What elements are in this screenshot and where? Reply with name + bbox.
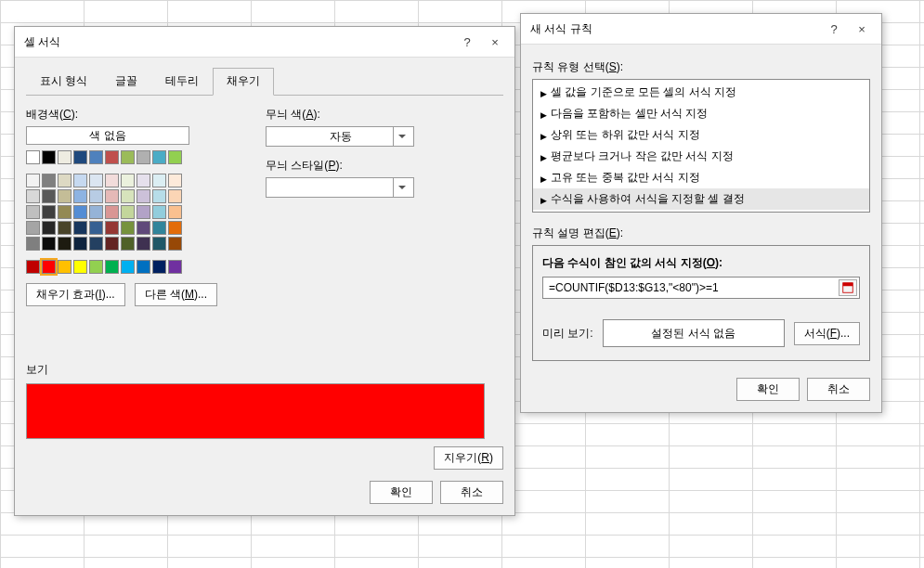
color-swatch[interactable] — [105, 150, 119, 164]
rule-type-item[interactable]: 상위 또는 하위 값만 서식 지정 — [533, 124, 869, 146]
color-swatch[interactable] — [42, 174, 56, 187]
color-swatch[interactable] — [42, 260, 56, 274]
color-swatch[interactable] — [137, 189, 150, 203]
color-swatch[interactable] — [42, 237, 56, 251]
rule-type-item[interactable]: 셀 값을 기준으로 모든 셀의 서식 지정 — [533, 82, 869, 103]
color-swatch[interactable] — [89, 150, 103, 164]
color-swatch[interactable] — [42, 205, 56, 219]
color-swatch[interactable] — [73, 221, 87, 235]
color-swatch[interactable] — [105, 189, 119, 203]
rule-type-item[interactable]: 평균보다 크거나 작은 값만 서식 지정 — [533, 146, 869, 167]
color-swatch[interactable] — [89, 221, 103, 235]
color-swatch[interactable] — [121, 174, 135, 187]
color-swatch[interactable] — [26, 174, 40, 187]
color-swatch[interactable] — [42, 150, 56, 164]
help-button[interactable]: ? — [822, 19, 846, 38]
cancel-button[interactable]: 취소 — [807, 378, 870, 401]
color-swatch[interactable] — [89, 205, 103, 219]
color-swatch[interactable] — [137, 260, 150, 274]
color-swatch[interactable] — [121, 189, 135, 203]
color-swatch[interactable] — [58, 260, 72, 274]
color-swatch[interactable] — [152, 260, 166, 274]
color-swatch[interactable] — [89, 174, 103, 187]
color-swatch[interactable] — [73, 205, 87, 219]
color-swatch[interactable] — [26, 221, 40, 235]
color-swatch[interactable] — [137, 205, 150, 219]
pattern-color-select[interactable]: 자동 — [266, 126, 414, 147]
format-button[interactable]: 서식(F)... — [794, 322, 860, 345]
color-swatch[interactable] — [26, 189, 40, 203]
range-selector-icon[interactable] — [839, 279, 857, 296]
color-swatch[interactable] — [105, 205, 119, 219]
color-swatch[interactable] — [168, 205, 182, 219]
color-swatch[interactable] — [121, 260, 135, 274]
rule-type-item[interactable]: 고유 또는 중복 값만 서식 지정 — [533, 167, 869, 188]
rule-type-list: 셀 값을 기준으로 모든 셀의 서식 지정다음을 포함하는 셀만 서식 지정상위… — [532, 79, 870, 213]
color-swatch[interactable] — [137, 174, 150, 187]
color-swatch[interactable] — [137, 221, 150, 235]
color-swatch[interactable] — [26, 150, 40, 164]
tab-border[interactable]: 테두리 — [151, 68, 213, 96]
color-swatch[interactable] — [168, 189, 182, 203]
color-swatch[interactable] — [58, 221, 72, 235]
pattern-style-select[interactable] — [266, 177, 414, 198]
formula-input[interactable]: =COUNTIF($D13:$G13,"<80")>=1 — [542, 277, 860, 299]
rule-type-item[interactable]: 수식을 사용하여 서식을 지정할 셀 결정 — [533, 188, 869, 210]
clear-button[interactable]: 지우기(R) — [434, 446, 503, 470]
color-swatch[interactable] — [137, 150, 150, 164]
color-swatch[interactable] — [73, 189, 87, 203]
color-swatch[interactable] — [58, 237, 72, 251]
color-swatch[interactable] — [58, 189, 72, 203]
tab-font[interactable]: 글꼴 — [101, 68, 151, 96]
color-swatch[interactable] — [89, 260, 103, 274]
color-swatch[interactable] — [26, 205, 40, 219]
color-swatch[interactable] — [121, 237, 135, 251]
ok-button[interactable]: 확인 — [370, 481, 433, 504]
cancel-button[interactable]: 취소 — [440, 481, 503, 504]
color-swatch[interactable] — [58, 150, 72, 164]
color-swatch[interactable] — [168, 221, 182, 235]
dialog-title: 새 서식 규칙 — [530, 21, 592, 37]
tab-number-format[interactable]: 표시 형식 — [26, 68, 101, 96]
color-swatch[interactable] — [152, 150, 166, 164]
close-button[interactable]: × — [483, 32, 507, 51]
color-swatch[interactable] — [152, 189, 166, 203]
color-swatch[interactable] — [73, 237, 87, 251]
color-swatch[interactable] — [121, 150, 135, 164]
titlebar: 셀 서식 ? × — [15, 27, 514, 58]
color-swatch[interactable] — [152, 237, 166, 251]
color-swatch[interactable] — [73, 150, 87, 164]
color-swatch[interactable] — [105, 260, 119, 274]
fill-effects-button[interactable]: 채우기 효과(I)... — [26, 283, 125, 306]
color-swatch[interactable] — [89, 189, 103, 203]
ok-button[interactable]: 확인 — [736, 378, 800, 401]
rule-type-item[interactable]: 다음을 포함하는 셀만 서식 지정 — [533, 103, 869, 124]
color-swatch[interactable] — [58, 205, 72, 219]
color-swatch[interactable] — [89, 237, 103, 251]
color-swatch[interactable] — [58, 174, 72, 187]
color-swatch[interactable] — [26, 260, 40, 274]
color-swatch[interactable] — [105, 237, 119, 251]
color-swatch[interactable] — [73, 174, 87, 187]
color-swatch[interactable] — [105, 174, 119, 187]
color-swatch[interactable] — [168, 174, 182, 187]
color-swatch[interactable] — [105, 221, 119, 235]
more-colors-button[interactable]: 다른 색(M)... — [135, 283, 217, 306]
color-swatch[interactable] — [152, 174, 166, 187]
color-swatch[interactable] — [168, 237, 182, 251]
color-swatch[interactable] — [152, 205, 166, 219]
color-swatch[interactable] — [152, 221, 166, 235]
color-swatch[interactable] — [121, 205, 135, 219]
color-swatch[interactable] — [42, 189, 56, 203]
color-swatch[interactable] — [73, 260, 87, 274]
color-swatch[interactable] — [26, 237, 40, 251]
help-button[interactable]: ? — [455, 32, 479, 51]
color-swatch[interactable] — [42, 221, 56, 235]
tab-fill[interactable]: 채우기 — [213, 68, 274, 96]
color-swatch[interactable] — [137, 237, 150, 251]
color-swatch[interactable] — [121, 221, 135, 235]
color-swatch[interactable] — [168, 150, 182, 164]
no-color-button[interactable]: 색 없음 — [26, 126, 189, 145]
close-button[interactable]: × — [850, 19, 874, 38]
color-swatch[interactable] — [168, 260, 182, 274]
